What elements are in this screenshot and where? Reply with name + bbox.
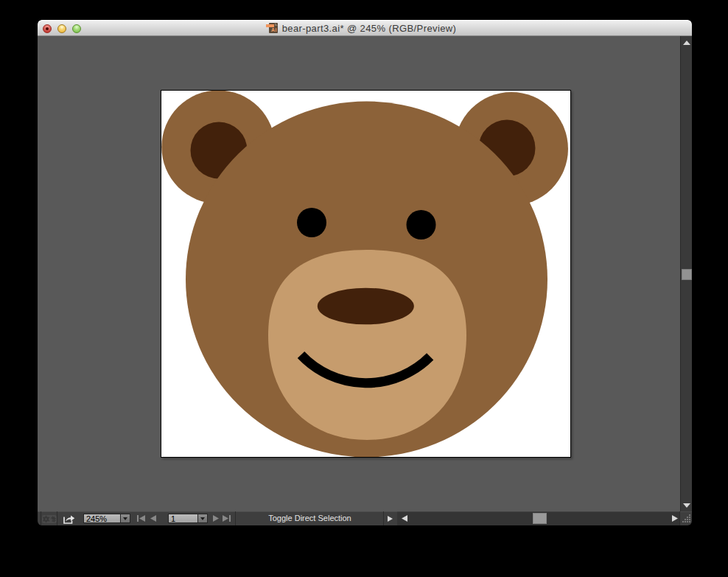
svg-text:Ai: Ai [271,27,277,32]
